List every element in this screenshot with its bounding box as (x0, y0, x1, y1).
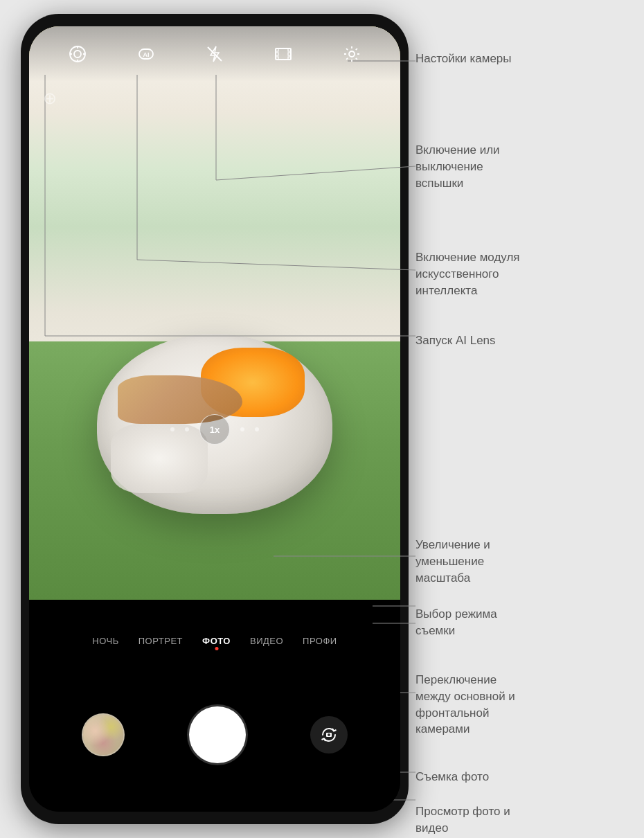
food-scene (29, 26, 400, 600)
annotation-shutter: Съемка фото (415, 769, 489, 785)
svg-point-1 (74, 51, 81, 57)
zoom-bar: 1x (170, 414, 259, 445)
annotations-panel: Настойки камеры Включение иливыключениев… (415, 14, 637, 824)
annotation-gallery-text: Просмотр фото ивидео (415, 803, 510, 837)
zoom-dot-far-right (255, 427, 259, 431)
mode-pro-label: ПРОФИ (303, 636, 337, 646)
switch-camera-button[interactable] (310, 716, 348, 754)
phone-frame: ⊕ AI (21, 14, 409, 824)
annotation-mode: Выбор режимасъемки (415, 606, 497, 639)
settings-button[interactable] (339, 41, 365, 67)
mode-portrait-label: ПОРТРЕТ (138, 636, 183, 646)
viewfinder: ⊕ AI (29, 26, 400, 600)
mode-bar: НОЧЬ ПОРТРЕТ ФОТО ВИДЕО ПРОФИ (29, 624, 400, 659)
svg-point-0 (70, 46, 85, 62)
camera-toolbar: AI (29, 26, 400, 82)
shutter-inner (193, 711, 242, 759)
gallery-thumb-image (83, 715, 123, 755)
mode-night-label: НОЧЬ (92, 636, 118, 646)
annotation-flash-text: Включение иливыключениевспышки (415, 142, 500, 191)
annotation-settings-text: Настойки камеры (415, 52, 512, 65)
annotation-zoom-text: Увеличение иуменьшениемасштаба (415, 537, 490, 586)
zoom-badge[interactable]: 1x (199, 414, 230, 445)
annotation-flash: Включение иливыключениевспышки (415, 142, 500, 191)
annotation-ailens-text: Запуск AI Lens (415, 332, 496, 349)
film-button[interactable] (270, 41, 296, 67)
svg-text:AI: AI (143, 51, 149, 58)
svg-point-16 (349, 51, 355, 57)
annotation-zoom: Увеличение иуменьшениемасштаба (415, 537, 490, 586)
annotation-ailens: Запуск AI Lens (415, 332, 496, 349)
mode-active-indicator (215, 647, 218, 650)
zoom-dot-right (240, 427, 244, 431)
phone-screen: ⊕ AI (29, 26, 400, 812)
mode-video[interactable]: ВИДЕО (250, 636, 283, 646)
annotation-shutter-text: Съемка фото (415, 769, 489, 785)
flash-button[interactable] (202, 41, 228, 67)
annotation-switchcam: Переключениемежду основной ифронтальнойк… (415, 672, 515, 738)
annotation-mode-text: Выбор режимасъемки (415, 606, 497, 639)
annotation-switchcam-text: Переключениемежду основной ифронтальнойк… (415, 672, 515, 738)
annotation-ai-text: Включение модуляискусственногоинтеллекта (415, 249, 520, 298)
annotation-ai: Включение модуляискусственногоинтеллекта (415, 249, 520, 298)
mode-photo-label: ФОТО (202, 636, 231, 646)
gallery-thumbnail[interactable] (82, 713, 125, 756)
shutter-button[interactable] (189, 706, 246, 763)
svg-rect-9 (276, 48, 291, 60)
bottom-controls (29, 659, 400, 812)
svg-point-18 (328, 733, 330, 736)
zoom-dot-left (170, 427, 175, 431)
mode-video-label: ВИДЕО (250, 636, 283, 646)
mode-portrait[interactable]: ПОРТРЕТ (138, 636, 183, 646)
zoom-value: 1x (210, 425, 220, 435)
mode-pro[interactable]: ПРОФИ (303, 636, 337, 646)
annotation-settings: Настойки камеры (415, 52, 512, 66)
ai-mode-button[interactable]: AI (133, 41, 159, 67)
mode-photo[interactable]: ФОТО (202, 636, 231, 646)
mode-night[interactable]: НОЧЬ (92, 636, 118, 646)
annotation-gallery: Просмотр фото ивидео (415, 803, 510, 837)
nfc-icon: ⊕ (43, 89, 57, 108)
zoom-dot-center (185, 427, 189, 431)
ai-lens-button[interactable] (64, 41, 91, 67)
